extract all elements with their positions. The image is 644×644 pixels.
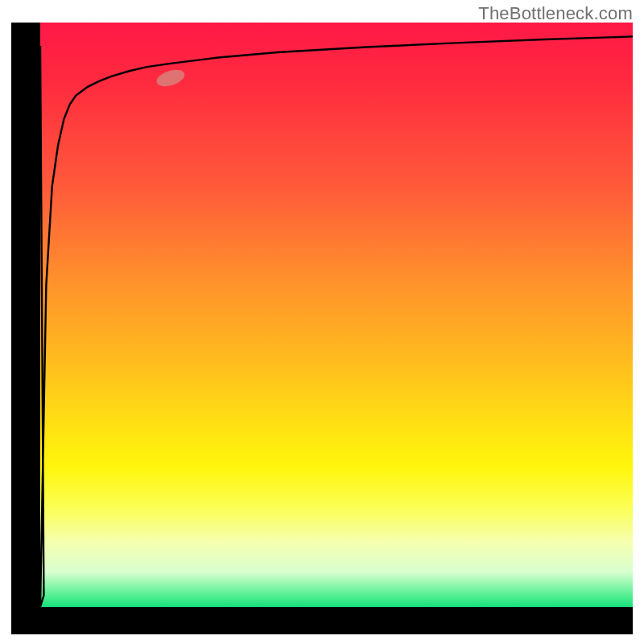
chart-stage: TheBottleneck.com bbox=[0, 0, 644, 644]
bottleneck-curve bbox=[40, 36, 633, 607]
watermark-text: TheBottleneck.com bbox=[478, 3, 633, 24]
y-axis-bar bbox=[11, 23, 40, 634]
highlight-marker bbox=[155, 67, 187, 89]
curve-layer bbox=[40, 23, 633, 607]
plot-frame bbox=[11, 23, 633, 634]
x-axis-bar bbox=[11, 607, 633, 634]
